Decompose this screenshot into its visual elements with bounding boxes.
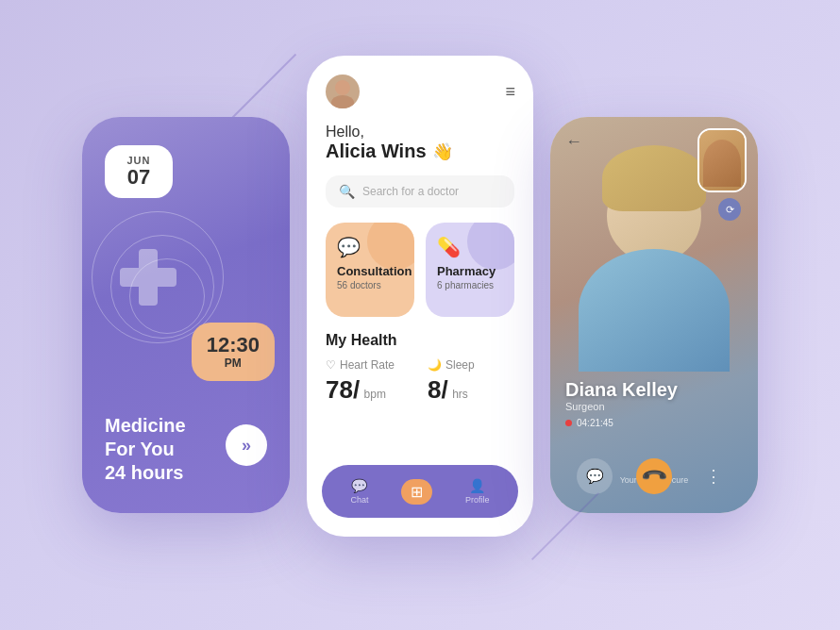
more-options-button[interactable]: ⋮ (696, 458, 731, 494)
app-header: ≡ (326, 75, 514, 108)
search-bar[interactable]: 🔍 Search for a doctor (326, 175, 514, 207)
hello-text: Hello, (326, 124, 514, 141)
chat-label: Chat (350, 495, 368, 505)
arrow-button[interactable]: » (226, 424, 267, 466)
wave-emoji: 👋 (432, 141, 453, 162)
sleep-stat: 🌙 Sleep 8/ hrs (428, 358, 514, 405)
day-label: 07 (118, 166, 160, 189)
call-duration: 04:21:45 (577, 418, 613, 428)
time-value: 12:30 (207, 334, 260, 356)
chat-ctrl-icon: 💬 (586, 468, 604, 485)
call-controls: 💬 📞 ⋮ (550, 458, 758, 494)
recording-indicator (565, 420, 572, 426)
doctor-name: Diana Kelley (565, 379, 678, 401)
svg-point-1 (331, 95, 354, 108)
my-health-section: My Health ♡ Heart Rate 78/ bpm 🌙 Sleep (326, 332, 514, 405)
apps-icon: ⊞ (411, 483, 423, 501)
user-name: Alicia Wins (326, 141, 427, 162)
thumbnail-person (699, 130, 745, 191)
call-timer: 04:21:45 (565, 418, 678, 428)
pharmacy-title: Pharmacy (437, 264, 503, 278)
menu-button[interactable]: ≡ (505, 86, 514, 98)
nav-profile[interactable]: 👤 Profile (456, 474, 499, 508)
phone-medicine: JUN 07 12:30 PM Medicine For You 24 hour… (82, 117, 290, 513)
profile-label: Profile (465, 495, 490, 505)
svg-point-0 (335, 80, 350, 95)
phone-video-call: ← ⟳ Diana Kelley Surgeon 04:21:45 💬 📞 ⋮ … (550, 117, 758, 513)
heart-rate-value: 78/ bpm (326, 375, 412, 405)
heart-rate-stat: ♡ Heart Rate 78/ bpm (326, 358, 412, 405)
app-content: ≡ Hello, Alicia Wins 👋 🔍 Search for a do… (307, 56, 533, 465)
search-icon: 🔍 (339, 184, 355, 199)
my-health-title: My Health (326, 332, 514, 349)
nav-chat[interactable]: 💬 Chat (341, 474, 378, 508)
pharmacy-card[interactable]: 💊 Pharmacy 6 pharmacies (426, 223, 514, 317)
tagline: Medicine For You 24 hours (105, 414, 186, 485)
greeting-section: Hello, Alicia Wins 👋 (326, 124, 514, 162)
more-icon: ⋮ (705, 466, 722, 487)
doctor-title: Surgeon (565, 401, 678, 412)
heart-rate-label: ♡ Heart Rate (326, 358, 412, 372)
consultation-title: Consultation (337, 264, 403, 278)
sleep-label: 🌙 Sleep (428, 358, 514, 372)
end-call-button[interactable]: 📞 (636, 458, 672, 494)
self-video-thumbnail (697, 128, 747, 192)
service-cards: 💬 Consultation 56 doctors 💊 Pharmacy 6 p… (326, 223, 514, 317)
search-placeholder: Search for a doctor (362, 185, 459, 198)
sleep-icon: 🌙 (428, 358, 442, 372)
doctor-info: Diana Kelley Surgeon 04:21:45 (565, 379, 678, 428)
end-call-icon: 📞 (639, 461, 668, 490)
time-card: 12:30 PM (192, 323, 275, 381)
time-ampm: PM (207, 356, 260, 370)
sleep-value: 8/ hrs (428, 375, 514, 405)
bottom-navigation: 💬 Chat ⊞ 👤 Profile (322, 465, 518, 518)
date-card: JUN 07 (105, 145, 173, 198)
pharmacy-subtitle: 6 pharmacies (437, 280, 503, 290)
consultation-icon: 💬 (337, 236, 403, 258)
chat-icon: 💬 (351, 478, 367, 493)
heart-icon: ♡ (326, 358, 336, 372)
medical-cross-icon (120, 249, 176, 306)
back-button[interactable]: ← (565, 132, 582, 152)
user-avatar[interactable] (326, 75, 360, 108)
health-stats: ♡ Heart Rate 78/ bpm 🌙 Sleep 8/ (326, 358, 514, 405)
flip-icon: ⟳ (726, 204, 734, 216)
flip-camera-button[interactable]: ⟳ (718, 198, 741, 221)
profile-icon: 👤 (469, 478, 485, 493)
tagline-text: Medicine For You 24 hours (105, 414, 186, 485)
pharmacy-icon: 💊 (437, 236, 503, 258)
chat-control-button[interactable]: 💬 (577, 458, 613, 494)
nav-apps[interactable]: ⊞ (401, 479, 432, 505)
phone-health-app: ≡ Hello, Alicia Wins 👋 🔍 Search for a do… (307, 56, 533, 537)
consultation-subtitle: 56 doctors (337, 280, 403, 290)
consultation-card[interactable]: 💬 Consultation 56 doctors (326, 223, 414, 317)
